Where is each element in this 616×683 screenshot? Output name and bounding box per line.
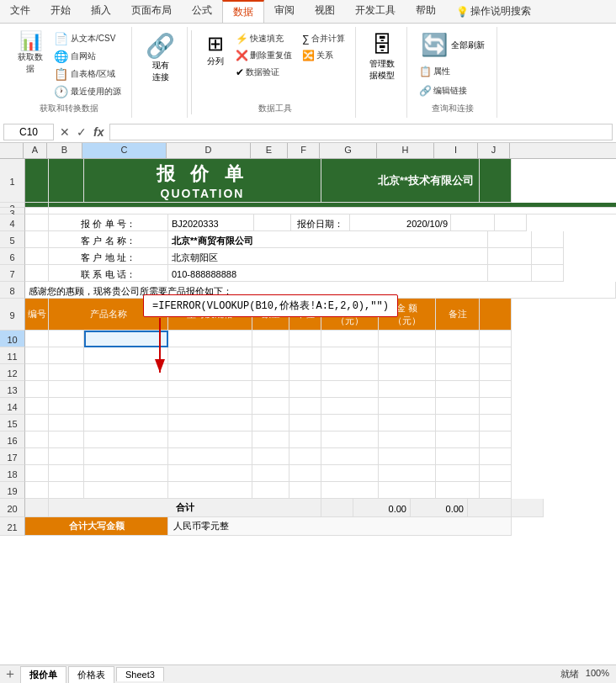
r18-c[interactable] <box>84 465 168 482</box>
r10-g[interactable] <box>321 331 379 347</box>
r15-c[interactable] <box>84 415 168 432</box>
col-header-b[interactable]: B <box>47 143 82 158</box>
r20-h[interactable]: 0.00 <box>411 499 468 517</box>
insert-function-icon[interactable]: fx <box>91 124 106 140</box>
r12-j[interactable] <box>480 364 512 381</box>
col-header-h[interactable]: H <box>377 143 434 158</box>
r12-b[interactable] <box>49 364 84 381</box>
r14-b[interactable] <box>49 398 84 415</box>
r18-g[interactable] <box>321 465 379 482</box>
r13-j[interactable] <box>480 381 512 398</box>
r17-j[interactable] <box>480 448 512 465</box>
edit-links-button[interactable]: 🔗 编辑链接 <box>416 82 470 98</box>
r1-title[interactable]: 报 价 单 QUOTATION <box>84 159 321 203</box>
cell-reference[interactable] <box>3 124 54 140</box>
col-header-a[interactable]: A <box>24 143 47 158</box>
r10-c[interactable] <box>84 331 168 347</box>
r15-i[interactable] <box>436 415 480 432</box>
tab-layout[interactable]: 页面布局 <box>121 0 182 23</box>
r4-j[interactable] <box>495 214 527 231</box>
r15-e[interactable] <box>252 415 289 432</box>
r7-val[interactable]: 010-888888888 <box>168 265 488 282</box>
r3-a[interactable] <box>25 208 49 214</box>
r1-company[interactable]: 北京**技术有限公司 <box>321 159 480 203</box>
r11-d[interactable] <box>168 347 252 364</box>
r4-val1[interactable]: BJ2020333 <box>168 214 254 231</box>
r20-j[interactable] <box>512 499 544 517</box>
sheet-tab-price[interactable]: 价格表 <box>68 666 114 683</box>
r17-f[interactable] <box>289 448 321 465</box>
split-button[interactable]: ⊞ 分列 <box>202 30 229 69</box>
r17-d[interactable] <box>168 448 252 465</box>
r20-g[interactable]: 0.00 <box>353 499 411 517</box>
tab-data[interactable]: 数据 <box>222 0 264 23</box>
r18-f[interactable] <box>289 465 321 482</box>
col-header-j[interactable]: J <box>478 143 510 158</box>
r19-b[interactable] <box>49 482 84 499</box>
r18-b[interactable] <box>49 465 84 482</box>
r14-d[interactable] <box>168 398 252 415</box>
add-sheet-button[interactable]: ＋ <box>3 665 17 683</box>
existing-connection-button[interactable]: 🔗 现有连接 <box>141 30 180 85</box>
r17-h[interactable] <box>379 448 436 465</box>
r6-a[interactable] <box>25 248 49 265</box>
r16-f[interactable] <box>289 432 321 448</box>
r14-f[interactable] <box>289 398 321 415</box>
r19-d[interactable] <box>168 482 252 499</box>
col-header-d[interactable]: D <box>167 143 251 158</box>
recent-button[interactable]: 🕐 最近使用的源 <box>50 83 125 99</box>
r20-a[interactable] <box>25 499 49 517</box>
r15-g[interactable] <box>321 415 379 432</box>
r11-b[interactable] <box>49 347 84 364</box>
r7-i[interactable] <box>488 265 532 282</box>
r11-g[interactable] <box>321 347 379 364</box>
r13-a[interactable] <box>25 381 49 398</box>
r12-c[interactable] <box>84 364 168 381</box>
r12-h[interactable] <box>379 364 436 381</box>
manage-model-button[interactable]: 🗄 管理数据模型 <box>364 30 400 83</box>
tab-formula[interactable]: 公式 <box>182 0 222 23</box>
r19-f[interactable] <box>289 482 321 499</box>
r13-g[interactable] <box>321 381 379 398</box>
r14-j[interactable] <box>480 398 512 415</box>
r12-d[interactable] <box>168 364 252 381</box>
r12-g[interactable] <box>321 364 379 381</box>
remove-dup-button[interactable]: ❌ 删除重复值 <box>232 47 295 63</box>
r5-i[interactable] <box>488 231 532 248</box>
r17-a[interactable] <box>25 448 49 465</box>
formula-input[interactable]: =IFERROR(VLOOKUP(B10,价格表!A:E,2,0),"") <box>109 124 613 140</box>
r18-d[interactable] <box>168 465 252 482</box>
r1-b[interactable] <box>49 159 84 203</box>
sheet-tab-quotation[interactable]: 报价单 <box>20 666 66 683</box>
r16-d[interactable] <box>168 432 252 448</box>
tab-developer[interactable]: 开发工具 <box>345 0 406 23</box>
r4-i[interactable] <box>451 214 495 231</box>
r10-b[interactable] <box>49 331 84 347</box>
r10-i[interactable] <box>436 331 480 347</box>
r18-h[interactable] <box>379 465 436 482</box>
r11-a[interactable] <box>25 347 49 364</box>
r13-c[interactable] <box>84 381 168 398</box>
r19-a[interactable] <box>25 482 49 499</box>
r15-d[interactable] <box>168 415 252 432</box>
r16-c[interactable] <box>84 432 168 448</box>
flash-fill-button[interactable]: ⚡ 快速填充 <box>232 30 295 46</box>
cancel-formula-icon[interactable]: ✕ <box>57 124 72 140</box>
r19-j[interactable] <box>480 482 512 499</box>
r12-e[interactable] <box>252 364 289 381</box>
r10-j[interactable] <box>480 331 512 347</box>
r10-e[interactable] <box>252 331 289 347</box>
r7-j[interactable] <box>532 265 564 282</box>
from-web-button[interactable]: 🌐 自网站 <box>50 48 125 64</box>
col-header-f[interactable]: F <box>288 143 320 158</box>
r6-i[interactable] <box>488 248 532 265</box>
r5-val[interactable]: 北京**商贸有限公司 <box>168 231 488 248</box>
sheet-tab-sheet3[interactable]: Sheet3 <box>116 667 164 681</box>
r16-i[interactable] <box>436 432 480 448</box>
from-table-button[interactable]: 📋 自表格/区域 <box>50 66 125 82</box>
validate-button[interactable]: ✔ 数据验证 <box>232 64 295 80</box>
r13-e[interactable] <box>252 381 289 398</box>
r15-a[interactable] <box>25 415 49 432</box>
r18-a[interactable] <box>25 465 49 482</box>
r13-b[interactable] <box>49 381 84 398</box>
